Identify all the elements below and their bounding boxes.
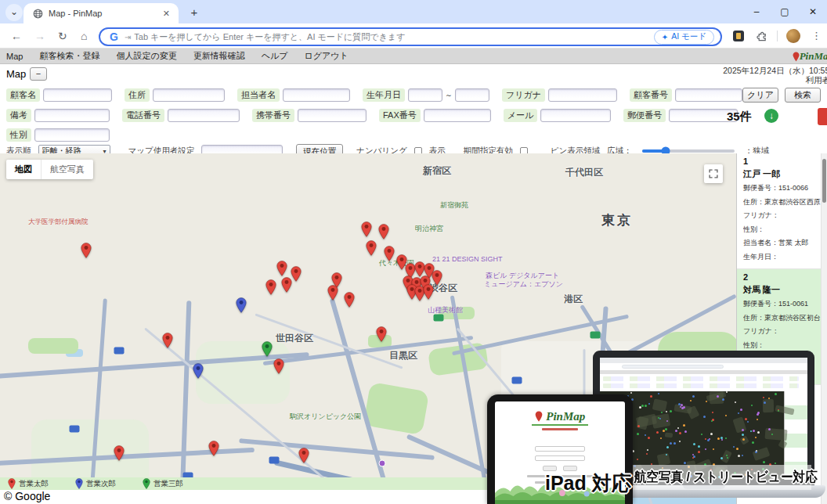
browser-menu-icon[interactable]: ⋮ [811,30,822,41]
satellite-pin-dot [698,451,700,453]
maximize-button[interactable]: ▢ [771,0,799,23]
laptop-mini-toolbar [600,363,807,370]
satellite-pin-dot [679,441,681,442]
map-pin[interactable] [327,285,338,301]
field-input-furigana[interactable] [548,88,617,102]
entry-field: 郵便番号：151-0066 [743,182,821,196]
field-input-address[interactable] [153,88,225,102]
field-fax: FAX番号 [379,109,491,122]
reload-icon[interactable]: ↻ [58,30,67,42]
map-pin[interactable] [262,341,273,357]
laptop-mini-form [600,374,807,391]
scrollbar-thumb[interactable] [822,159,826,203]
map-pin[interactable] [265,279,276,295]
red-indicator-button[interactable] [818,108,827,125]
map-pin[interactable] [162,333,173,348]
ai-mode-button[interactable]: ✦ AI モード [654,30,714,45]
field-input-note[interactable] [34,109,110,122]
new-tab-button[interactable]: + [186,5,202,20]
map-pin[interactable] [366,240,377,256]
field-input-customer-name[interactable] [43,88,112,102]
satellite-pin-dot [637,459,638,460]
download-icon[interactable]: ↓ [764,109,778,123]
map-pin[interactable] [291,266,302,282]
satellite-pin-dot [742,455,743,456]
menu-item-1[interactable]: 顧客検索・登録 [39,50,99,62]
map-pin[interactable] [81,243,92,258]
close-button[interactable]: ✕ [799,0,827,23]
satellite-pin-dot [722,398,724,401]
ai-spark-icon: ✦ [662,33,668,41]
browser-tab[interactable]: Map - PinMap ✕ [23,3,179,23]
map-pin[interactable] [361,221,372,237]
field-input-mobile[interactable] [298,109,367,122]
satellite-pin-dot [656,431,659,434]
sidebar-scrollbar[interactable] [821,153,827,504]
map-type-map-button[interactable]: 地図 [6,160,42,179]
ipad-logo-pin-icon [535,411,543,422]
customer-entry[interactable]: 1江戸 一郎郵便番号：151-0066住所：東京都渋谷区西原1丁フリガナ：性別：… [737,153,827,269]
map-pin[interactable] [276,261,287,276]
tab-close-icon[interactable]: ✕ [161,9,172,19]
satellite-pin-dot [647,449,648,451]
route-shield-icon [269,457,280,464]
map-road [450,295,487,481]
back-icon[interactable]: ← [11,30,22,42]
map-pin[interactable] [432,270,442,286]
minimize-button[interactable]: – [742,0,771,23]
profile-avatar[interactable] [786,29,800,43]
menu-item-5[interactable]: ログアウト [304,50,348,62]
entry-field: 郵便番号：151-0061 [743,297,821,311]
menu-item-4[interactable]: ヘルプ [262,50,288,62]
pinmap-logo: PinMap [793,50,827,63]
collapse-panel-button[interactable]: − [30,67,47,81]
field-postal: 郵便番号 [623,109,738,122]
map-pin[interactable] [384,246,395,261]
field-input-birthday[interactable] [408,88,442,102]
home-icon[interactable]: ⌂ [81,30,87,42]
map-pin[interactable] [114,445,125,461]
search-button[interactable]: 検索 [785,88,821,103]
satellite-texture [686,405,699,419]
map-pin[interactable] [423,284,434,300]
field-input-email[interactable] [540,109,611,122]
ipad-logo-underline [532,424,588,426]
entry-name: 江戸 一郎 [743,168,821,180]
fullscreen-icon [708,168,719,179]
map-pin[interactable] [376,326,387,342]
menu-item-0[interactable]: Map [6,52,23,61]
map-pin[interactable] [281,277,292,293]
pin-area-slider[interactable] [642,149,735,153]
clear-button[interactable]: クリア [742,88,778,103]
field-input-gender[interactable] [34,128,110,142]
map-pin[interactable] [378,224,389,239]
field-input-birthday-to[interactable] [455,88,489,102]
address-placeholder: Tab キーを押してから Enter キーを押すと、AI モードに質問できます [134,31,653,43]
map-area-patch [363,382,430,435]
menu-item-3[interactable]: 更新情報確認 [193,50,245,62]
map-pin[interactable] [208,441,219,456]
menu-item-2[interactable]: 個人設定の変更 [116,50,176,62]
field-input-staff-name[interactable] [283,88,350,102]
satellite-pin-dot [666,411,667,412]
map-type-satellite-button[interactable]: 航空写真 [42,160,93,179]
field-input-fax[interactable] [424,109,491,122]
forward-icon[interactable]: → [34,30,45,42]
field-email: メール [504,109,612,122]
map-pin[interactable] [193,363,204,379]
satellite-pin-dot [678,403,681,405]
map-pin[interactable] [273,358,284,374]
extension-icon[interactable] [733,31,744,41]
field-input-phone[interactable] [168,109,240,122]
extensions-puzzle-icon[interactable] [757,30,769,42]
map-pin[interactable] [298,448,309,463]
satellite-pin-dot [705,448,706,450]
tab-search-icon[interactable]: ⌄ [5,4,23,21]
map-pin[interactable] [344,292,355,308]
address-bar[interactable]: G ⇥ Tab キーを押してから Enter キーを押すと、AI モードに質問で… [99,27,722,46]
fullscreen-button[interactable] [704,164,723,183]
tab-key-icon: ⇥ [125,33,131,41]
satellite-pin-dot [692,457,694,459]
map-pin[interactable] [236,297,247,313]
field-input-customer-number[interactable] [675,88,742,102]
